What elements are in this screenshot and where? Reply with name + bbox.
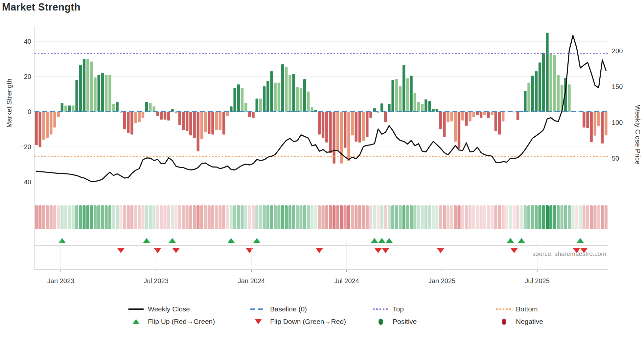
strength-bar <box>193 112 196 138</box>
heatmap-cell <box>105 205 108 229</box>
strength-bar <box>105 75 107 112</box>
strength-bar <box>75 80 78 112</box>
legend-flip-up[interactable]: Flip Up (Red→Green) <box>128 317 215 327</box>
source-credit: source: sharemaestro.com <box>532 250 606 258</box>
heatmap-cell <box>509 205 512 229</box>
strength-bar <box>72 105 74 112</box>
heatmap-cell <box>64 205 67 229</box>
strength-bar <box>156 112 159 116</box>
heatmap-cell <box>130 205 133 229</box>
strength-bar <box>421 104 424 112</box>
heatmap-cell <box>557 205 560 229</box>
heatmap-cell <box>454 205 457 229</box>
flip-down-triangle-icon <box>250 319 266 324</box>
strength-bar <box>145 102 148 112</box>
heatmap-cell <box>483 205 486 229</box>
strength-bar <box>347 112 350 161</box>
heatmap-cell <box>472 205 475 229</box>
heatmap-cell <box>152 205 155 229</box>
strength-bar <box>222 112 225 135</box>
heatmap-cell <box>35 205 38 229</box>
legend-flip-down[interactable]: Flip Down (Green→Red) <box>250 317 346 327</box>
strength-bar <box>303 79 306 112</box>
heatmap-cell <box>38 205 41 229</box>
heatmap-cell <box>281 205 284 229</box>
strength-bar <box>414 93 416 112</box>
strength-bar <box>226 112 229 116</box>
strength-bar <box>167 112 170 121</box>
strength-bar <box>340 112 343 164</box>
heatmap-cell <box>417 205 420 229</box>
strength-bar <box>50 112 52 135</box>
strength-bar <box>439 112 442 129</box>
legend-positive[interactable]: Positive <box>373 317 417 327</box>
strength-bar <box>259 99 262 112</box>
heatmap-cell <box>564 205 567 229</box>
heatmap-cell <box>432 205 435 229</box>
legend-baseline[interactable]: Baseline (0) <box>250 304 307 314</box>
heatmap-cell <box>388 205 391 229</box>
strength-bar <box>90 62 93 112</box>
heatmap-cell <box>259 205 262 229</box>
strength-bar <box>535 71 538 112</box>
baseline-dash-icon <box>250 308 266 310</box>
strength-bar <box>590 112 592 142</box>
legend-top[interactable]: Top <box>373 304 404 314</box>
strength-bar <box>333 112 335 164</box>
strength-bar <box>447 112 449 122</box>
strength-bar <box>586 112 589 128</box>
tick-label: 100 <box>612 119 623 126</box>
heatmap-cell <box>318 205 321 229</box>
heatmap-cell <box>380 205 383 229</box>
heatmap-cell <box>502 205 505 229</box>
heatmap-cell <box>494 205 497 229</box>
strength-bar <box>553 55 556 112</box>
legend-weekly-close[interactable]: Weekly Close <box>128 304 190 314</box>
strength-bar <box>366 112 368 137</box>
strength-bar <box>278 83 280 112</box>
strength-bar <box>583 112 585 127</box>
heatmap-cell <box>476 205 479 229</box>
heatmap-cell <box>586 205 589 229</box>
heatmap-cell <box>399 205 402 229</box>
strength-bar <box>524 91 526 112</box>
strength-bar <box>325 112 328 143</box>
strength-bar <box>270 71 273 112</box>
chart-canvas: 40200−20−4020015010050Jan 2023Jul 2023Ja… <box>0 0 644 362</box>
tick-label: Jan 2024 <box>238 277 265 284</box>
heatmap-cell <box>329 205 332 229</box>
strength-bar <box>86 59 89 112</box>
heatmap-cell <box>116 205 119 229</box>
heatmap-cell <box>425 205 427 229</box>
strength-bar <box>46 112 49 138</box>
heatmap-cell <box>542 205 545 229</box>
heatmap-cell <box>200 205 203 229</box>
heatmap-cell <box>53 205 56 229</box>
legend-bottom[interactable]: Bottom <box>496 304 538 314</box>
strength-bar <box>35 112 37 145</box>
legend-negative[interactable]: Negative <box>496 317 543 327</box>
heatmap-cell <box>72 205 75 229</box>
strength-bar <box>443 112 446 137</box>
strength-bar <box>296 87 299 112</box>
heatmap-cell <box>362 205 365 229</box>
strength-bar <box>472 112 475 117</box>
strength-bar <box>266 81 269 112</box>
heatmap-cell <box>520 205 523 229</box>
tick-label: 0 <box>28 108 31 115</box>
strength-bar <box>98 75 100 112</box>
heatmap-cell <box>553 205 556 229</box>
heatmap-cell <box>413 205 416 229</box>
heatmap-cell <box>406 205 409 229</box>
strength-bar <box>211 112 214 135</box>
tick-label: 40 <box>24 38 31 45</box>
heatmap-cell <box>355 205 357 229</box>
heatmap-cell <box>263 205 266 229</box>
heatmap-cell <box>366 205 369 229</box>
heatmap-cell <box>82 205 85 229</box>
strength-bar <box>329 112 332 153</box>
strength-bar <box>539 62 541 112</box>
heatmap-cell <box>57 205 60 229</box>
flip-up-marker <box>518 238 525 243</box>
heatmap-cell <box>230 205 233 229</box>
